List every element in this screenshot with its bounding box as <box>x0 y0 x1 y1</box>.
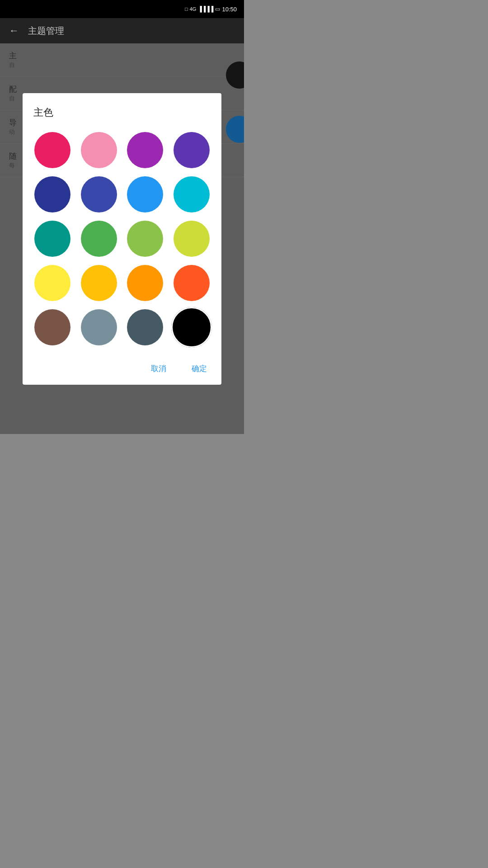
status-icons: □ 4G ▐▐▐▐ ▭ 10:50 <box>185 6 237 13</box>
color-swatch-yellow[interactable] <box>34 265 70 301</box>
color-swatch-orange[interactable] <box>127 265 163 301</box>
color-swatch-teal[interactable] <box>34 221 70 257</box>
signal-4g-icon: 4G <box>190 6 197 12</box>
color-swatch-black[interactable] <box>174 309 210 345</box>
color-picker-dialog: 主色 取消 确定 <box>23 93 221 385</box>
color-swatch-blue-grey[interactable] <box>81 309 117 345</box>
color-swatch-grey-dark[interactable] <box>127 309 163 345</box>
back-button[interactable]: ← <box>9 25 19 37</box>
signal-bars-icon: ▐▐▐▐ <box>198 6 213 12</box>
confirm-button[interactable]: 确定 <box>188 362 211 376</box>
top-bar: ← 主题管理 <box>0 18 244 43</box>
color-swatch-cyan[interactable] <box>174 176 210 212</box>
color-swatch-lime[interactable] <box>174 221 210 257</box>
color-swatch-brown[interactable] <box>34 309 70 345</box>
color-grid <box>33 132 211 345</box>
color-swatch-crimson[interactable] <box>34 132 70 168</box>
status-bar: □ 4G ▐▐▐▐ ▭ 10:50 <box>0 0 244 18</box>
color-swatch-light-green[interactable] <box>127 221 163 257</box>
background-content: 主 自 配 自 导 动 随 每 主色 取消 确定 <box>0 43 244 434</box>
color-swatch-green[interactable] <box>81 221 117 257</box>
color-swatch-deep-orange[interactable] <box>174 265 210 301</box>
dialog-actions: 取消 确定 <box>33 358 211 376</box>
color-swatch-amber[interactable] <box>81 265 117 301</box>
page-title: 主题管理 <box>28 25 64 37</box>
color-swatch-blue[interactable] <box>127 176 163 212</box>
time-display: 10:50 <box>222 6 237 13</box>
color-swatch-purple[interactable] <box>127 132 163 168</box>
battery-icon: ▭ <box>215 6 220 12</box>
color-swatch-blue-dark[interactable] <box>81 176 117 212</box>
dialog-title: 主色 <box>33 106 211 119</box>
modal-overlay: 主色 取消 确定 <box>0 43 244 434</box>
color-swatch-deep-purple[interactable] <box>174 132 210 168</box>
sim-icon: □ <box>185 6 188 12</box>
cancel-button[interactable]: 取消 <box>147 362 170 376</box>
color-swatch-pink[interactable] <box>81 132 117 168</box>
color-swatch-indigo[interactable] <box>34 176 70 212</box>
